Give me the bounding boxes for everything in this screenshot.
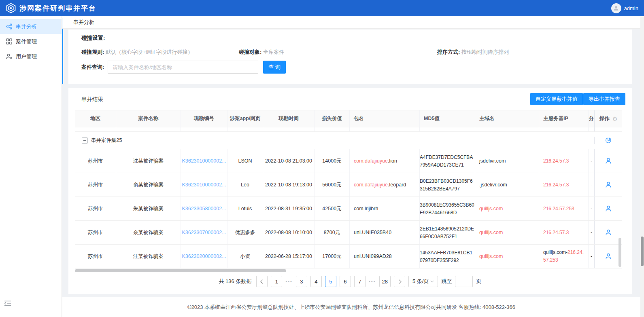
- pagination-page-7[interactable]: 7: [354, 276, 366, 287]
- page-size-select[interactable]: 5 条/页: [408, 276, 438, 287]
- pagination-page-3[interactable]: 3: [296, 276, 307, 287]
- collision-target-value: 全库案件: [263, 49, 284, 55]
- collapse-minus-icon[interactable]: [82, 137, 88, 144]
- cell-loss: 14000元: [315, 149, 350, 173]
- scene-no-link[interactable]: K3623305800002...: [181, 197, 227, 220]
- cell-loss: 17000元: [315, 245, 350, 268]
- cell-actions: [594, 197, 622, 220]
- results-title: 串并结果: [81, 96, 103, 103]
- cell-case-name: 沈某被诈骗案: [116, 149, 181, 173]
- scene-no-link[interactable]: K3623020000002...: [181, 245, 227, 268]
- cell-score: -: [589, 197, 594, 220]
- query-button[interactable]: 查 询: [263, 61, 286, 74]
- scene-no-link[interactable]: K3623010000002...: [181, 149, 227, 173]
- cell-region: 苏州市: [75, 197, 116, 220]
- person-detail-icon[interactable]: [605, 157, 612, 165]
- grid-icon: [6, 38, 12, 44]
- sidebar-item-case-management[interactable]: 案件管理: [0, 34, 62, 49]
- cell-actions: [594, 245, 622, 268]
- chevron-down-icon: [431, 279, 434, 282]
- pagination-prev-button[interactable]: [256, 276, 268, 287]
- table-row: 苏州市 俞某被诈骗案 K3623010000002... Leo 2022-10…: [75, 173, 622, 197]
- cell-server-ip: 216.24.57.3: [539, 149, 589, 173]
- app-title: 涉网案件研判串并平台: [19, 4, 96, 13]
- cell-server-ip: 216.24.57.3: [539, 173, 589, 197]
- pagination-ellipsis-left[interactable]: •••: [285, 279, 293, 284]
- cell-score: -: [589, 221, 594, 244]
- cell-package: uni.UNIE035B40: [350, 221, 420, 244]
- col-header-domain: 主域名: [475, 110, 539, 127]
- jump-to-label: 跳至: [441, 278, 452, 285]
- custom-mask-button[interactable]: 自定义屏蔽串并值: [530, 93, 583, 105]
- gear-icon[interactable]: ⚙: [612, 116, 618, 122]
- cell-app: Lotuis: [227, 197, 263, 220]
- cell-server-ip: 216.24.57.3: [539, 221, 589, 244]
- collision-target-label: 碰撞对象:: [239, 49, 261, 55]
- table-horizontal-scrollbar[interactable]: [75, 269, 286, 272]
- page-scrollbar-thumb[interactable]: [641, 237, 644, 266]
- cell-loss: 56000元: [315, 173, 350, 197]
- sidebar-item-label: 串并分析: [16, 23, 37, 30]
- collision-rule-label: 碰撞规则:: [81, 49, 104, 55]
- pagination-ellipsis-right[interactable]: •••: [369, 279, 376, 284]
- sidebar-item-label: 案件管理: [16, 38, 37, 45]
- user-menu[interactable]: admin: [611, 3, 638, 13]
- pagination-next-button[interactable]: [394, 276, 405, 287]
- cell-md5: B0E23BFB03CD1305F6315B282BE4A797: [420, 173, 475, 197]
- case-query-label: 案件查询:: [81, 63, 104, 71]
- table-row: 苏州市 汪某被诈骗案 K3623020000002... 小资 2022-06-…: [75, 245, 622, 268]
- case-query-input[interactable]: [108, 61, 258, 74]
- scene-no-link[interactable]: K3623307000002...: [181, 221, 227, 244]
- copyright-text: ©2023 本系统由江西省公安厅刑警总队刑技处、上饶市公安局刑警支队刑科所、苏州…: [187, 304, 515, 311]
- page-size-value: 5 条/页: [412, 278, 429, 285]
- sidebar-fold-icon[interactable]: [4, 300, 11, 306]
- tab-bar: 串并分析: [62, 16, 644, 29]
- table-row: 苏州市 沈某被诈骗案 K3623010000002... LSON 2022-1…: [75, 149, 622, 173]
- collision-rule-value: 默认（核心字段+调证字段进行碰撞）: [106, 49, 193, 55]
- cell-package: com.dafajiuyue.leopard: [350, 173, 420, 197]
- cell-case-name: 俞某被诈骗案: [116, 173, 181, 197]
- cell-md5: A4FDE37D7EDC5CFBA7959A4DD173CE71: [420, 149, 475, 173]
- col-header-actions-label: 操作: [599, 115, 610, 122]
- cell-score: -: [589, 245, 594, 268]
- pagination-page-1[interactable]: 1: [271, 276, 282, 287]
- sidebar-item-merge-analysis[interactable]: 串并分析: [0, 19, 62, 34]
- table-vertical-scrollbar[interactable]: [618, 238, 621, 267]
- person-detail-icon[interactable]: [605, 253, 612, 260]
- cell-scene-time: 2022-10-08 19:13:00: [263, 173, 315, 197]
- chevron-right-icon: [397, 279, 401, 283]
- group-actions-cell: [594, 137, 622, 144]
- cell-md5: 2EB1E148569052120DE66F0C0AB752F1: [420, 221, 475, 244]
- jump-to-page-input[interactable]: [455, 276, 473, 287]
- person-detail-icon[interactable]: [605, 205, 612, 212]
- export-report-button[interactable]: 导出串并报告: [583, 93, 625, 105]
- pagination-page-5-active[interactable]: 5: [325, 276, 336, 287]
- jump-page-suffix: 页: [476, 278, 481, 285]
- cell-scene-time: 2022-06-28 15:17:00: [263, 245, 315, 268]
- cell-domain: quilljs.com: [475, 221, 539, 244]
- collision-settings-panel: 碰撞设置: 碰撞规则: 默认（核心字段+调证字段进行碰撞） 碰撞对象: 全库案件…: [68, 30, 632, 84]
- table-row: 苏州市 朱某被诈骗案 K3623305800002... Lotuis 2022…: [75, 197, 622, 221]
- cell-actions: [594, 221, 622, 244]
- share-network-icon: [6, 23, 12, 30]
- col-header-server-ip: 主服务器IP: [539, 110, 589, 127]
- cell-server-ip: quilljs.com-216.24.57.253: [539, 245, 589, 268]
- pagination-page-6[interactable]: 6: [340, 276, 351, 287]
- sidebar-item-user-management[interactable]: 用户管理: [0, 49, 62, 64]
- person-detail-icon[interactable]: [605, 181, 612, 188]
- table-header-row: 地区 案件名称 现勘编号 涉案app/网页 现勘时间 损失价值 包名 MD5值 …: [75, 110, 622, 127]
- pie-chart-icon[interactable]: [605, 137, 612, 144]
- cell-domain: quilljs.com: [475, 197, 539, 220]
- settings-row: 碰撞规则: 默认（核心字段+调证字段进行碰撞） 碰撞对象: 全库案件 排序方式:…: [68, 49, 632, 57]
- users-icon: [6, 53, 12, 59]
- tab-merge-analysis[interactable]: 串并分析: [73, 19, 94, 26]
- scene-no-link[interactable]: K3623010000002...: [181, 173, 227, 197]
- col-header-actions: 操作 ⚙: [594, 110, 622, 127]
- pagination-page-28[interactable]: 28: [379, 276, 391, 287]
- scrolled-row-sliver: [75, 127, 622, 132]
- cell-app: LSON: [227, 149, 263, 173]
- pagination-page-4[interactable]: 4: [310, 276, 322, 287]
- cell-loss: 42500元: [315, 197, 350, 220]
- col-header-region: 地区: [75, 110, 116, 127]
- person-detail-icon[interactable]: [605, 229, 612, 236]
